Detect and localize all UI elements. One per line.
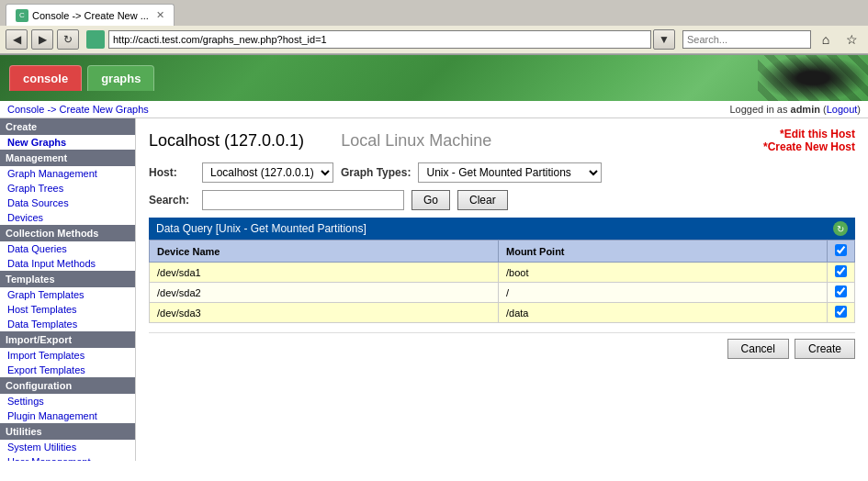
back-button[interactable]: ◀ [6, 29, 28, 50]
table-row: /dev/sda2 / [150, 283, 855, 303]
cell-mount: /boot [499, 263, 828, 283]
page-title-row: Localhost (127.0.0.1) Local Linux Machin… [149, 128, 855, 153]
cell-mount: / [499, 283, 828, 303]
host-form-row: Host: Localhost (127.0.0.1) Graph Types:… [149, 162, 855, 183]
header-banner: console graphs [0, 55, 868, 101]
cancel-button[interactable]: Cancel [727, 339, 789, 359]
sidebar-item-data-queries[interactable]: Data Queries [0, 241, 135, 256]
sidebar-item-graph-management[interactable]: Graph Management [0, 166, 135, 181]
breadcrumb-current: Create New Graphs [60, 104, 149, 115]
go-button[interactable]: Go [411, 190, 450, 210]
row-checkbox[interactable] [835, 265, 847, 277]
tab-favicon: C [16, 9, 28, 22]
sidebar-item-user-management[interactable]: User Management [0, 454, 135, 461]
breadcrumb-bar: Console -> Create New Graphs Logged in a… [0, 101, 868, 118]
search-label: Search: [149, 194, 195, 207]
data-query-title: Data Query [Unix - Get Mounted Partition… [156, 222, 366, 235]
cell-check[interactable] [828, 303, 855, 323]
cell-check[interactable] [828, 263, 855, 283]
breadcrumb: Console -> Create New Graphs [7, 104, 149, 115]
sidebar-item-devices[interactable]: Devices [0, 210, 135, 225]
refresh-button[interactable]: ↻ [57, 29, 79, 50]
sidebar-section-import-export: Import/Export [0, 331, 135, 348]
graphs-tab[interactable]: graphs [87, 65, 154, 91]
sidebar-item-export-templates[interactable]: Export Templates [0, 363, 135, 377]
select-all-checkbox[interactable] [835, 244, 847, 256]
content-area: Localhost (127.0.0.1) Local Linux Machin… [136, 118, 868, 461]
sidebar-item-graph-trees[interactable]: Graph Trees [0, 181, 135, 196]
sidebar-item-new-graphs[interactable]: New Graphs [0, 135, 135, 150]
address-input[interactable] [108, 30, 651, 49]
page-subtitle: Local Linux Machine [341, 131, 491, 151]
sidebar-section-create: Create [0, 118, 135, 135]
search-form-row: Search: Go Clear [149, 190, 855, 210]
sidebar-item-data-input-methods[interactable]: Data Input Methods [0, 256, 135, 271]
reload-icon[interactable]: ↻ [833, 221, 848, 236]
sidebar-item-data-templates[interactable]: Data Templates [0, 317, 135, 331]
data-query-table: Device Name Mount Point /dev/sda1 /boot … [149, 240, 855, 323]
cell-check[interactable] [828, 283, 855, 303]
sidebar-item-data-sources[interactable]: Data Sources [0, 196, 135, 210]
console-tab[interactable]: console [9, 65, 82, 91]
cell-device: /dev/sda3 [150, 303, 499, 323]
forward-button[interactable]: ▶ [31, 29, 53, 50]
breadcrumb-arrow: -> [47, 104, 56, 115]
graph-types-select[interactable]: Unix - Get Mounted Partitions [418, 162, 602, 183]
cell-device: /dev/sda2 [150, 283, 499, 303]
host-select[interactable]: Localhost (127.0.0.1) [202, 162, 333, 183]
row-checkbox[interactable] [835, 285, 847, 297]
tab-close-button[interactable]: ✕ [156, 9, 164, 21]
sidebar-section-collection-methods: Collection Methods [0, 225, 135, 241]
col-device-name: Device Name [150, 240, 499, 263]
sidebar-section-configuration: Configuration [0, 377, 135, 394]
host-actions: *Edit this Host *Create New Host [763, 128, 855, 153]
col-check [828, 240, 855, 263]
create-host-link[interactable]: *Create New Host [763, 140, 855, 153]
home-button[interactable]: ⌂ [815, 29, 837, 50]
tab-label: Console -> Create New ... [32, 10, 149, 21]
data-query-header: Data Query [Unix - Get Mounted Partition… [149, 218, 855, 240]
host-label: Host: [149, 166, 195, 179]
address-favicon [86, 30, 105, 49]
sidebar-item-import-templates[interactable]: Import Templates [0, 348, 135, 363]
row-checkbox[interactable] [835, 306, 847, 318]
breadcrumb-root[interactable]: Console [7, 104, 44, 115]
auth-info: Logged in as admin (Logout) [729, 104, 861, 115]
graph-types-label: Graph Types: [341, 166, 411, 179]
sidebar-item-host-templates[interactable]: Host Templates [0, 302, 135, 317]
address-bar: ▼ [86, 29, 675, 50]
cell-mount: /data [499, 303, 828, 323]
table-row: /dev/sda3 /data [150, 303, 855, 323]
bookmark-button[interactable]: ☆ [840, 29, 862, 50]
sidebar: Create New Graphs Management Graph Manag… [0, 118, 136, 461]
browser-search-input[interactable] [682, 30, 811, 49]
cell-device: /dev/sda1 [150, 263, 499, 283]
edit-host-link[interactable]: *Edit this Host [763, 128, 855, 140]
sidebar-item-settings[interactable]: Settings [0, 394, 135, 408]
sidebar-section-templates: Templates [0, 271, 135, 287]
clear-button[interactable]: Clear [457, 190, 508, 210]
logout-link[interactable]: Logout [827, 104, 858, 115]
table-row: /dev/sda1 /boot [150, 263, 855, 283]
page-title: Localhost (127.0.0.1) [149, 131, 304, 151]
sidebar-item-plugin-management[interactable]: Plugin Management [0, 408, 135, 423]
sidebar-section-management: Management [0, 150, 135, 166]
sidebar-section-utilities: Utilities [0, 423, 135, 440]
browser-tab-active[interactable]: C Console -> Create New ... ✕ [6, 4, 175, 26]
action-bar: Cancel Create [149, 332, 855, 364]
username: admin [791, 104, 820, 115]
address-go-button[interactable]: ▼ [653, 29, 675, 50]
col-mount-point: Mount Point [499, 240, 828, 263]
sidebar-item-system-utilities[interactable]: System Utilities [0, 440, 135, 454]
sidebar-item-graph-templates[interactable]: Graph Templates [0, 287, 135, 302]
search-input[interactable] [202, 190, 404, 210]
create-button[interactable]: Create [795, 339, 855, 359]
